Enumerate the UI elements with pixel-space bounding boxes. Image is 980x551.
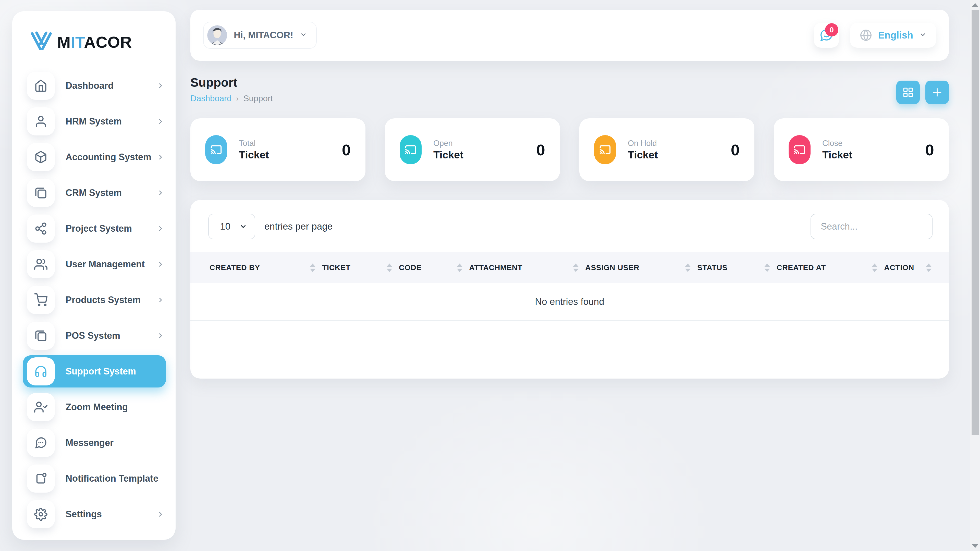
brand-logo-text: MITACOR (57, 33, 132, 51)
sidebar-item-project-system[interactable]: Project System (12, 211, 176, 246)
sort-arrows-icon[interactable] (573, 264, 579, 272)
sidebar-item-pos-system[interactable]: POS System (12, 318, 176, 354)
cast-icon (205, 135, 227, 164)
sidebar-item-label: Project System (65, 223, 132, 234)
sidebar-item-hrm-system[interactable]: HRM System (12, 103, 176, 139)
grid-icon (902, 87, 914, 98)
scrollbar-down-arrow[interactable] (972, 545, 978, 548)
gear-icon (27, 500, 55, 528)
user-greeting: Hi, MITACOR! (234, 30, 293, 41)
add-ticket-button[interactable] (925, 81, 949, 104)
stat-label: Close (822, 139, 853, 148)
stat-sublabel: Ticket (433, 149, 463, 161)
sidebar-item-label: HRM System (65, 116, 122, 127)
language-label: English (878, 30, 913, 41)
globe-icon (860, 29, 872, 41)
template-icon (27, 465, 55, 492)
breadcrumb-current: Support (243, 94, 273, 103)
frame-icon (27, 322, 55, 350)
brand-logo: MITACOR (12, 11, 176, 53)
home-icon (27, 72, 55, 100)
stat-card-close-ticket: CloseTicket0 (774, 118, 949, 181)
chevron-right-icon (157, 225, 164, 232)
column-header-code[interactable]: CODE (399, 263, 469, 272)
headphones-icon (27, 357, 55, 386)
sidebar-item-zoom-meeting[interactable]: Zoom Meeting (12, 389, 176, 425)
sidebar-item-crm-system[interactable]: CRM System (12, 175, 176, 211)
column-header-status[interactable]: STATUS (697, 263, 776, 272)
sidebar-item-label: Dashboard (65, 80, 114, 91)
search-input[interactable] (811, 214, 932, 239)
stat-value: 0 (925, 141, 934, 159)
entries-per-page-select[interactable]: 10 (208, 214, 255, 239)
sidebar-item-label: CRM System (65, 187, 122, 198)
stat-value: 0 (731, 141, 740, 159)
sort-arrows-icon[interactable] (685, 264, 690, 272)
entries-per-page-value: 10 (220, 221, 231, 232)
chevron-right-icon (157, 296, 164, 304)
stat-label: Total (239, 139, 269, 148)
stat-value: 0 (536, 141, 545, 159)
sort-arrows-icon[interactable] (764, 264, 770, 272)
sort-arrows-icon[interactable] (926, 264, 932, 272)
grid-view-button[interactable] (896, 81, 920, 104)
sort-arrows-icon[interactable] (310, 264, 315, 272)
sort-arrows-icon[interactable] (872, 264, 877, 272)
table-empty-message: No entries found (190, 283, 949, 321)
column-header-ticket[interactable]: TICKET (322, 263, 399, 272)
sidebar-item-settings[interactable]: Settings (12, 496, 176, 532)
cart-icon (27, 286, 55, 314)
plus-icon (932, 87, 943, 98)
chevron-down-icon (239, 223, 247, 230)
column-header-action[interactable]: ACTION (884, 263, 938, 272)
sort-arrows-icon[interactable] (457, 264, 463, 272)
user-check-icon (27, 393, 55, 421)
cast-icon (789, 135, 811, 164)
breadcrumb-separator: › (236, 94, 239, 103)
stat-sublabel: Ticket (239, 149, 269, 161)
tickets-panel: 10 entries per page CREATED BYTICKETCODE… (190, 200, 949, 379)
chevron-down-icon (300, 31, 307, 39)
sidebar-item-user-management[interactable]: User Management (12, 246, 176, 282)
cast-icon (594, 135, 616, 164)
notifications-button[interactable]: 0 (814, 23, 839, 48)
user-icon (27, 107, 55, 135)
column-header-attachment[interactable]: ATTACHMENT (469, 263, 585, 272)
sidebar: MITACOR DashboardHRM SystemAccounting Sy… (12, 11, 176, 540)
language-selector[interactable]: English (850, 23, 936, 48)
chevron-right-icon (157, 118, 164, 125)
sidebar-menu: DashboardHRM SystemAccounting SystemCRM … (12, 68, 176, 532)
sidebar-item-support-system[interactable]: Support System (12, 354, 176, 389)
sidebar-item-label: Notification Template (65, 473, 158, 484)
stat-label: Open (433, 139, 463, 148)
sidebar-item-products-system[interactable]: Products System (12, 282, 176, 318)
stat-label: On Hold (628, 139, 658, 148)
column-header-created-at[interactable]: CREATED AT (776, 263, 884, 272)
column-header-assign-user[interactable]: ASSIGN USER (585, 263, 697, 272)
sidebar-item-label: Messenger (65, 437, 114, 448)
sidebar-item-messenger[interactable]: Messenger (12, 425, 176, 461)
stat-value: 0 (342, 141, 351, 159)
entries-per-page-label: entries per page (264, 221, 332, 232)
scrollbar-up-arrow[interactable] (972, 3, 978, 6)
topbar: Hi, MITACOR! 0 English (190, 10, 949, 61)
message-icon (27, 429, 55, 457)
sidebar-item-label: Accounting System (65, 152, 151, 162)
chevron-right-icon (157, 189, 164, 197)
sidebar-item-dashboard[interactable]: Dashboard (12, 68, 176, 103)
sort-arrows-icon[interactable] (387, 264, 392, 272)
sidebar-item-accounting-system[interactable]: Accounting System (12, 139, 176, 175)
user-menu[interactable]: Hi, MITACOR! (203, 22, 317, 49)
page-actions (896, 81, 949, 104)
page-scrollbar[interactable] (970, 0, 980, 551)
chevron-right-icon (157, 332, 164, 340)
sidebar-item-label: User Management (65, 259, 145, 270)
frame-icon (27, 179, 55, 207)
support-page: MITACOR DashboardHRM SystemAccounting Sy… (0, 0, 980, 551)
scrollbar-thumb[interactable] (972, 10, 979, 435)
breadcrumb-dashboard-link[interactable]: Dashboard (190, 94, 231, 103)
column-header-created-by[interactable]: CREATED BY (210, 263, 322, 272)
users-icon (27, 250, 55, 278)
sidebar-item-notification-template[interactable]: Notification Template (12, 461, 176, 496)
sidebar-item-label: Settings (65, 509, 102, 519)
